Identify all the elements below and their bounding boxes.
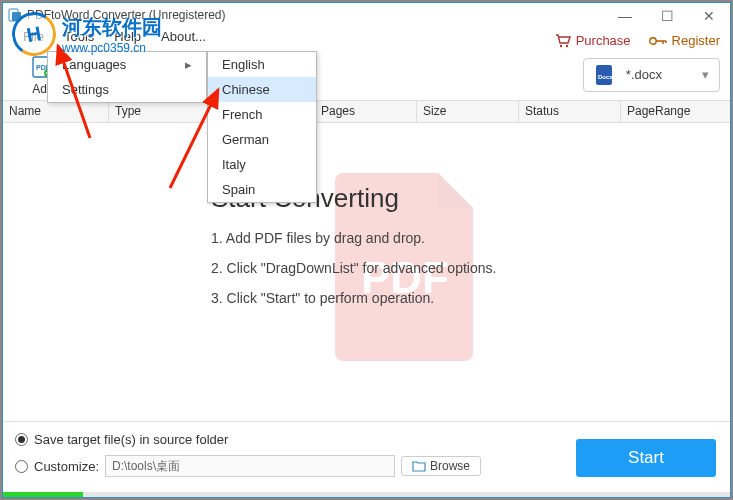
lang-french[interactable]: French	[208, 102, 316, 127]
tools-submenu: Languages ▸ Settings	[47, 51, 207, 103]
browse-button[interactable]: Browse	[401, 456, 481, 476]
menu-help[interactable]: Help	[104, 27, 151, 49]
content-area[interactable]: PDF Start Converting 1. Add PDF files by…	[3, 123, 730, 413]
browse-label: Browse	[430, 459, 470, 473]
svg-text:Docx: Docx	[598, 74, 613, 80]
key-icon	[649, 35, 667, 47]
chevron-right-icon: ▸	[185, 57, 192, 72]
format-dropdown[interactable]: Docx *.docx ▾	[583, 58, 720, 92]
purchase-label: Purchase	[576, 33, 631, 48]
instruction-2: 2. Click "DragDownList" for advanced opt…	[211, 260, 571, 276]
folder-icon	[412, 460, 426, 472]
format-label: *.docx	[626, 67, 662, 82]
col-pagerange[interactable]: PageRange	[621, 101, 730, 122]
top-actions: Purchase Register	[555, 33, 720, 48]
radio-customize-label: Customize:	[34, 459, 99, 474]
radio-save-source[interactable]	[15, 433, 28, 446]
register-link[interactable]: Register	[649, 33, 720, 48]
window-controls: — ☐ ✕	[604, 3, 730, 29]
progress-bar	[3, 492, 83, 497]
window-title: PDFtoWord Converter (Unregistered)	[27, 8, 226, 22]
lang-german[interactable]: German	[208, 127, 316, 152]
progress-track	[3, 492, 730, 497]
lang-italy[interactable]: Italy	[208, 152, 316, 177]
instructions-block: Start Converting 1. Add PDF files by dra…	[211, 183, 571, 320]
col-pages[interactable]: Pages	[315, 101, 417, 122]
start-button[interactable]: Start	[576, 439, 716, 477]
cart-icon	[555, 34, 571, 48]
menu-file[interactable]: File	[13, 27, 54, 49]
close-button[interactable]: ✕	[688, 3, 730, 29]
radio-save-source-label: Save target file(s) in source folder	[34, 432, 228, 447]
instruction-1: 1. Add PDF files by drag and drop.	[211, 230, 571, 246]
menu-languages[interactable]: Languages ▸	[48, 52, 206, 77]
col-name[interactable]: Name	[3, 101, 109, 122]
svg-rect-1	[12, 12, 21, 21]
output-path-field[interactable]: D:\tools\桌面	[105, 455, 395, 477]
lang-chinese[interactable]: Chinese	[208, 77, 316, 102]
file-table-header: Name Type Pages Size Status PageRange	[3, 101, 730, 123]
menu-settings[interactable]: Settings	[48, 77, 206, 102]
lang-english[interactable]: English	[208, 52, 316, 77]
chevron-down-icon: ▾	[702, 67, 709, 82]
menu-tools[interactable]: Tools	[54, 27, 104, 49]
app-window: PDFtoWord Converter (Unregistered) — ☐ ✕…	[2, 2, 731, 498]
menu-about[interactable]: About...	[151, 27, 216, 49]
purchase-link[interactable]: Purchase	[555, 33, 631, 48]
docx-icon: Docx	[594, 63, 616, 87]
col-status[interactable]: Status	[519, 101, 621, 122]
title-bar: PDFtoWord Converter (Unregistered) — ☐ ✕	[3, 3, 730, 27]
minimize-button[interactable]: —	[604, 3, 646, 29]
lang-spain[interactable]: Spain	[208, 177, 316, 202]
instruction-3: 3. Click "Start" to perform operation.	[211, 290, 571, 306]
col-size[interactable]: Size	[417, 101, 519, 122]
register-label: Register	[672, 33, 720, 48]
maximize-button[interactable]: ☐	[646, 3, 688, 29]
radio-customize[interactable]	[15, 460, 28, 473]
svg-point-4	[649, 37, 655, 43]
app-icon	[7, 7, 23, 23]
svg-point-3	[565, 44, 567, 46]
bottom-panel: Save target file(s) in source folder Cus…	[3, 421, 730, 497]
svg-point-2	[559, 44, 561, 46]
languages-submenu: English Chinese French German Italy Spai…	[207, 51, 317, 203]
